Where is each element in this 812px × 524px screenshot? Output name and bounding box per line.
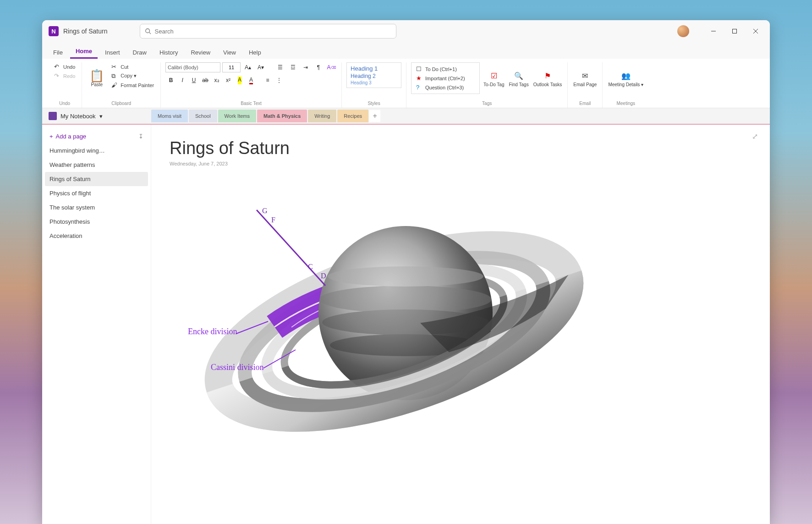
ring-label-b: B	[294, 243, 299, 252]
todo-tag-icon: ☑	[489, 71, 499, 81]
section-tab[interactable]: Moms visit	[151, 110, 188, 122]
page-item[interactable]: Physics of flight	[45, 186, 148, 200]
subscript-button[interactable]: x₂	[211, 75, 222, 85]
svg-point-11	[319, 286, 492, 313]
ring-label-f: F	[271, 216, 275, 224]
page-item[interactable]: Weather patterns	[45, 158, 148, 172]
svg-rect-3	[733, 29, 737, 33]
numbering-button[interactable]: ☲	[287, 62, 298, 72]
page-item[interactable]: Rings of Saturn	[45, 172, 148, 186]
paste-icon: 📋	[92, 71, 102, 81]
group-label-meetings: Meetings	[607, 101, 644, 108]
style-heading3[interactable]: Heading 3	[351, 80, 397, 86]
email-page-button[interactable]: ✉Email Page	[572, 62, 598, 95]
tag-todo[interactable]: ☐To Do (Ctrl+1)	[414, 65, 477, 73]
style-heading1[interactable]: Heading 1	[351, 65, 397, 72]
clear-formatting-button[interactable]: A⌫	[326, 62, 337, 72]
page-item[interactable]: Acceleration	[45, 229, 148, 243]
styles-gallery[interactable]: Heading 1 Heading 2 Heading 3	[346, 62, 401, 88]
section-tab[interactable]: Writing	[308, 110, 336, 122]
section-tab[interactable]: Recipes	[337, 110, 368, 122]
italic-button[interactable]: I	[177, 75, 188, 85]
page-sort-icon[interactable]: ↧	[138, 133, 143, 140]
saturn-illustration: G F A B C D Encke division Cassini divis…	[188, 185, 600, 460]
page-item[interactable]: Photosynthesis	[45, 215, 148, 229]
strikethrough-button[interactable]: ab	[200, 75, 211, 85]
style-heading2[interactable]: Heading 2	[351, 72, 397, 80]
search-box[interactable]	[140, 24, 396, 39]
minimize-button[interactable]	[703, 23, 724, 39]
ribbon-group-tags: ☐To Do (Ctrl+1) ★Important (Ctrl+2) ?Que…	[406, 62, 568, 108]
font-name-input[interactable]	[165, 62, 220, 72]
find-tags-button[interactable]: 🔍Find Tags	[508, 62, 529, 95]
format-painter-button[interactable]: 🖌Format Painter	[110, 81, 156, 89]
superscript-button[interactable]: x²	[223, 75, 234, 85]
indent-button[interactable]: ⇥	[300, 62, 311, 72]
group-label-styles: Styles	[346, 101, 401, 108]
bold-button[interactable]: B	[165, 75, 176, 85]
ribbon-tab-history[interactable]: History	[154, 46, 183, 59]
format-painter-icon: 🖌	[111, 82, 118, 88]
page-item[interactable]: The solar system	[45, 200, 148, 215]
page-item[interactable]: Hummingbird wing…	[45, 143, 148, 158]
tag-important[interactable]: ★Important (Ctrl+2)	[414, 74, 477, 83]
maximize-button[interactable]	[724, 23, 745, 39]
title-bar: N Rings of Saturn	[42, 20, 770, 42]
ribbon-tab-home[interactable]: Home	[70, 45, 98, 59]
page-title[interactable]: Rings of Saturn	[170, 138, 752, 158]
section-tab[interactable]: Math & Physics	[257, 110, 307, 122]
underline-button[interactable]: U	[188, 75, 199, 85]
page-canvas[interactable]: ⤢ Rings of Saturn Wednesday, June 7, 202…	[151, 125, 770, 524]
search-icon	[145, 28, 151, 34]
annotation-cassini: Cassini division	[211, 363, 264, 372]
ribbon-tab-draw[interactable]: Draw	[127, 46, 152, 59]
notebook-selector[interactable]: My Notebook ▾	[42, 112, 151, 120]
ribbon-tab-file[interactable]: File	[48, 46, 68, 59]
undo-button[interactable]: ↶Undo	[52, 62, 77, 71]
search-input[interactable]	[155, 28, 391, 35]
ribbon-tab-view[interactable]: View	[218, 46, 241, 59]
group-label-undo: Undo	[52, 101, 77, 108]
tag-question[interactable]: ?Question (Ctrl+3)	[414, 83, 477, 92]
notebook-name: My Notebook	[60, 113, 96, 120]
ribbon-group-undo: ↶Undo ↷Redo Undo	[48, 62, 82, 108]
ring-label-a: A	[283, 229, 289, 237]
chevron-down-icon: ▾	[99, 113, 103, 120]
ribbon-group-email: ✉Email Page Email	[568, 62, 603, 108]
redo-button[interactable]: ↷Redo	[52, 72, 77, 80]
expand-icon[interactable]: ⤢	[752, 132, 758, 141]
shrink-font-button[interactable]: A▾	[255, 62, 266, 72]
tag-button[interactable]: ⋮	[274, 75, 285, 85]
meeting-icon: 👥	[621, 71, 631, 81]
avatar[interactable]	[677, 25, 689, 37]
outlook-tasks-button[interactable]: ⚑Outlook Tasks	[532, 62, 563, 95]
meeting-details-button[interactable]: 👥Meeting Details ▾	[607, 62, 644, 95]
ribbon-tab-review[interactable]: Review	[185, 46, 216, 59]
ribbon-group-basictext: A▴ A▾ ☰ ☲ ⇥ ¶ A⌫ B I U ab x₂ x² A	[161, 62, 342, 108]
bullets-button[interactable]: ☰	[274, 62, 285, 72]
highlight-button[interactable]: A	[234, 75, 245, 85]
copy-button[interactable]: ⧉Copy ▾	[110, 72, 156, 80]
close-button[interactable]	[745, 23, 766, 39]
flag-icon: ⚑	[543, 71, 553, 81]
grow-font-button[interactable]: A▴	[242, 62, 253, 72]
todo-tag-button[interactable]: ☑To-Do Tag	[483, 62, 505, 95]
font-color-button[interactable]: A	[246, 75, 257, 85]
add-section-button[interactable]: +	[369, 110, 380, 122]
ribbon-tab-insert[interactable]: Insert	[99, 46, 126, 59]
paragraph-button[interactable]: ¶	[313, 62, 324, 72]
section-tab[interactable]: School	[189, 110, 217, 122]
app-window: N Rings of Saturn FileHomeInsertDrawHist…	[42, 20, 770, 524]
group-label-email: Email	[572, 101, 598, 108]
font-size-input[interactable]	[222, 62, 241, 72]
svg-point-14	[328, 266, 483, 287]
align-left-button[interactable]: ≡	[262, 75, 273, 85]
ribbon-tab-help[interactable]: Help	[243, 46, 267, 59]
ribbon: ↶Undo ↷Redo Undo 📋 Paste ✂Cut ⧉Copy ▾ 🖌F…	[42, 59, 770, 108]
email-icon: ✉	[580, 71, 590, 81]
cut-button[interactable]: ✂Cut	[110, 62, 156, 71]
saturn-svg	[188, 185, 600, 460]
paste-button[interactable]: 📋 Paste	[87, 62, 107, 95]
add-page-button[interactable]: +Add a page ↧	[45, 129, 148, 143]
section-tab[interactable]: Work Items	[218, 110, 256, 122]
